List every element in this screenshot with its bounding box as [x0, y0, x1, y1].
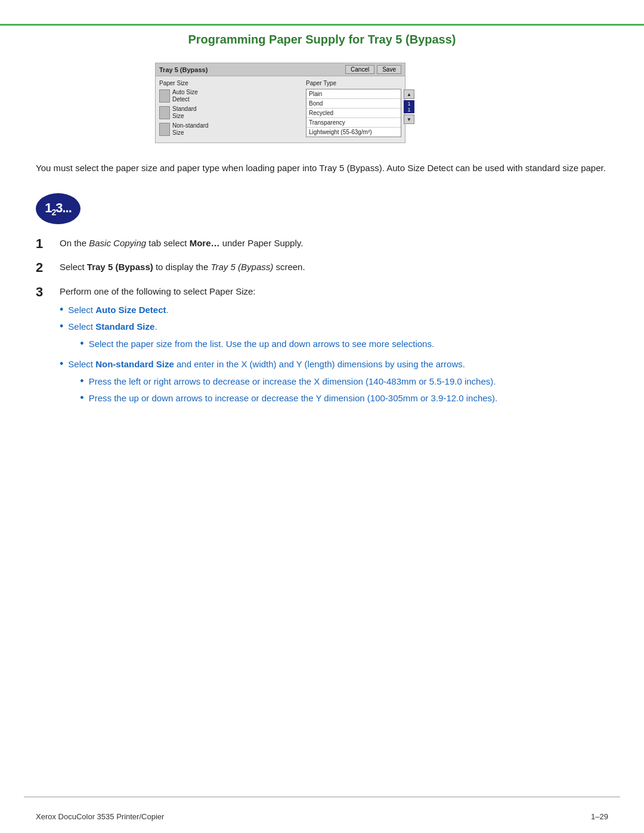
bottom-rule	[24, 797, 620, 797]
paper-size-col: Paper Size Auto SizeDetect StandardSize …	[159, 80, 301, 139]
page-title: Programming Paper Supply for Tray 5 (Byp…	[0, 33, 644, 47]
bullet-text-standard: Select Standard Size. • Select the paper…	[68, 320, 608, 354]
sub-bullet-dot-nonstandard-2: •	[80, 392, 83, 405]
autosize-label: Auto SizeDetect	[172, 89, 198, 103]
paper-type-recycled[interactable]: Recycled	[306, 109, 401, 118]
paper-size-item-autosize[interactable]: Auto SizeDetect	[159, 89, 301, 103]
bullet-text-autosize: Select Auto Size Detect.	[68, 304, 608, 317]
paper-type-col: Paper Type Plain Bond Recycled Transpare…	[306, 80, 401, 139]
footer: Xerox DocuColor 3535 Printer/Copier 1–29	[36, 812, 608, 821]
footer-right: 1–29	[591, 812, 608, 821]
scroll-up-btn[interactable]: ▲	[404, 89, 414, 99]
description-text: You must select the paper size and paper…	[36, 161, 608, 175]
step-2-number: 2	[36, 260, 54, 275]
step-3-content: Perform one of the following to select P…	[60, 284, 608, 413]
step-3-bullet-list: • Select Auto Size Detect. • Select Stan…	[60, 304, 608, 409]
bullet-autosize: • Select Auto Size Detect.	[60, 304, 608, 317]
bullet-nonstandard: • Select Non-standard Size and enter in …	[60, 358, 608, 409]
mockup-body: Paper Size Auto SizeDetect StandardSize …	[156, 76, 405, 143]
sub-bullet-text-standard-1: Select the paper size from the list. Use…	[89, 337, 434, 351]
bullet-dot-autosize: •	[60, 304, 63, 317]
sub-bullet-list-nonstandard: • Press the left or right arrows to decr…	[80, 375, 608, 405]
paper-type-plain[interactable]: Plain	[306, 89, 401, 99]
sub-bullet-text-nonstandard-1: Press the left or right arrows to decrea…	[89, 375, 496, 389]
steps-icon-text: 123...	[45, 200, 72, 217]
scroll-controls: ▲ 11 ▼	[404, 89, 414, 124]
mockup-tray-label: Tray 5 (Bypass)	[159, 66, 208, 73]
paper-size-header: Paper Size	[159, 80, 301, 86]
paper-size-item-nonstandard[interactable]: Non-standardSize	[159, 122, 301, 137]
paper-type-bond[interactable]: Bond	[306, 99, 401, 109]
paper-size-item-standard[interactable]: StandardSize	[159, 106, 301, 120]
standard-label: StandardSize	[172, 106, 197, 120]
step-1: 1 On the Basic Copying tab select More… …	[36, 236, 608, 252]
bullet-dot-nonstandard: •	[60, 358, 63, 371]
sub-bullet-dot-standard-1: •	[80, 337, 83, 351]
paper-type-transparency[interactable]: Transparency	[306, 118, 401, 128]
sub-bullet-dot-nonstandard-1: •	[80, 375, 83, 388]
ui-mockup: Tray 5 (Bypass) Cancel Save Paper Size A…	[155, 63, 405, 143]
bullet-standard: • Select Standard Size. • Select the pap…	[60, 320, 608, 354]
content-area: Tray 5 (Bypass) Cancel Save Paper Size A…	[36, 63, 608, 425]
mockup-btn-group: Cancel Save	[345, 65, 401, 74]
autosize-icon	[159, 89, 170, 103]
sub-bullet-list-standard: • Select the paper size from the list. U…	[80, 337, 608, 351]
standard-icon	[159, 106, 170, 119]
paper-type-header: Paper Type	[306, 80, 401, 86]
sub-bullet-nonstandard-2: • Press the up or down arrows to increas…	[80, 392, 608, 405]
step-2-content: Select Tray 5 (Bypass) to display the Tr…	[60, 260, 608, 274]
sub-bullet-text-nonstandard-2: Press the up or down arrows to increase …	[89, 392, 498, 405]
paper-type-lightweight[interactable]: Lightweight (55-63g/m²)	[306, 128, 401, 137]
sub-bullet-nonstandard-1: • Press the left or right arrows to decr…	[80, 375, 608, 389]
top-rule	[0, 24, 644, 26]
footer-left: Xerox DocuColor 3535 Printer/Copier	[36, 812, 164, 821]
step-3: 3 Perform one of the following to select…	[36, 284, 608, 413]
nonstandard-label: Non-standardSize	[172, 122, 209, 137]
steps-icon-container: 123...	[36, 193, 608, 224]
page-indicator: 11	[404, 100, 414, 113]
bullet-text-nonstandard: Select Non-standard Size and enter in th…	[68, 358, 608, 409]
sub-bullet-standard-1: • Select the paper size from the list. U…	[80, 337, 608, 351]
mockup-title-bar: Tray 5 (Bypass) Cancel Save	[156, 63, 405, 76]
step-1-content: On the Basic Copying tab select More… un…	[60, 236, 608, 250]
steps-container: 1 On the Basic Copying tab select More… …	[36, 236, 608, 413]
step-1-number: 1	[36, 236, 54, 252]
mockup-save-btn[interactable]: Save	[377, 65, 401, 74]
mockup-cancel-btn[interactable]: Cancel	[345, 65, 374, 74]
step-3-number: 3	[36, 284, 54, 300]
steps-oval: 123...	[36, 193, 80, 224]
paper-type-list: Plain Bond Recycled Transparency Lightwe…	[306, 89, 401, 137]
scroll-down-btn[interactable]: ▼	[404, 114, 414, 124]
step-2: 2 Select Tray 5 (Bypass) to display the …	[36, 260, 608, 275]
bullet-dot-standard: •	[60, 320, 63, 333]
nonstandard-icon	[159, 123, 170, 136]
